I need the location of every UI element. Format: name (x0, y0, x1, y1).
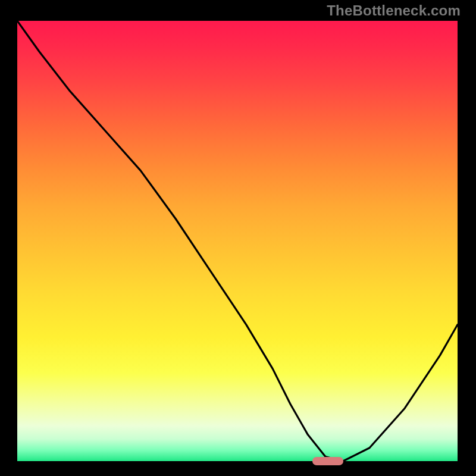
chart-frame (14, 18, 461, 464)
chart-plot-area (17, 21, 458, 461)
watermark-text: TheBottleneck.com (327, 2, 461, 19)
bottleneck-curve-path (17, 21, 458, 461)
optimal-range-marker (312, 457, 343, 465)
chart-curve-svg (17, 21, 458, 461)
